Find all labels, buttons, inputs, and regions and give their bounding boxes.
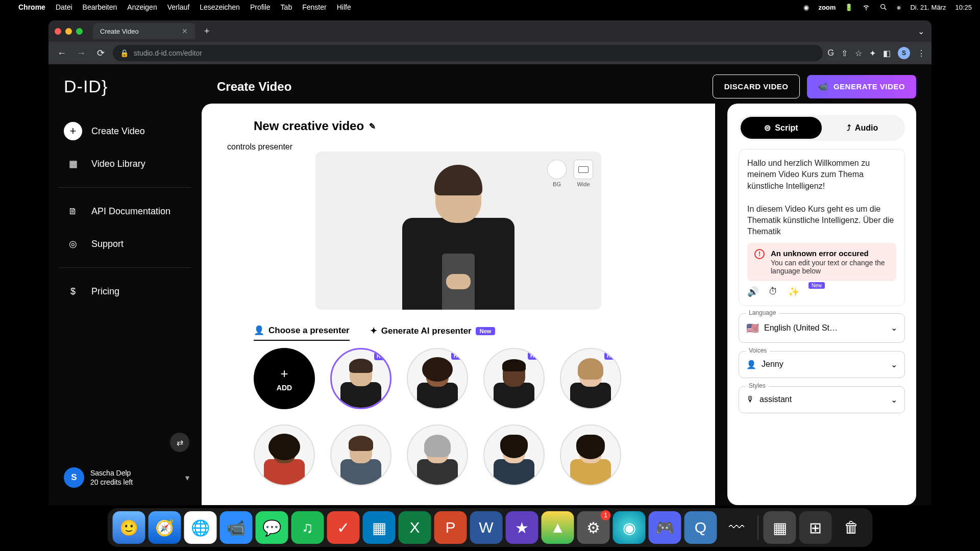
nav-back-icon[interactable]: ← <box>55 48 69 59</box>
generate-button[interactable]: 📹 GENERATE VIDEO <box>807 75 916 98</box>
wide-button[interactable]: Wide <box>574 160 593 187</box>
dock-finder[interactable]: 🙂 <box>113 511 145 544</box>
sidebar-item-pricing[interactable]: $ Pricing <box>48 275 202 308</box>
dock-drive[interactable]: ▲ <box>542 511 574 544</box>
lock-icon: 🔒 <box>120 49 129 57</box>
menu-tab[interactable]: Tab <box>281 3 292 11</box>
status-wifi-icon[interactable] <box>862 3 870 11</box>
presenter-item-3[interactable]: HQ <box>483 348 545 409</box>
dock-spotify[interactable]: ♫ <box>291 511 324 544</box>
video-title[interactable]: New creative video <box>254 119 364 133</box>
menu-lesezeichen[interactable]: Lesezeichen <box>200 3 240 11</box>
share-icon[interactable]: ⇧ <box>841 48 848 58</box>
rp-tabs: ⊜ Script ⤴ Audio <box>739 115 905 141</box>
sidebar-item-library[interactable]: ▦ Video Library <box>48 147 202 180</box>
window-close-icon[interactable] <box>55 28 61 35</box>
menu-fenster[interactable]: Fenster <box>302 3 326 11</box>
add-presenter-button[interactable]: + ADD <box>254 348 315 409</box>
dock-powerpoint[interactable]: P <box>434 511 467 544</box>
nav-forward-icon[interactable]: → <box>74 48 88 59</box>
profile-avatar[interactable]: S <box>898 47 910 59</box>
url-input[interactable]: 🔒 studio.d-id.com/editor <box>113 45 823 61</box>
presenter-item-7[interactable] <box>407 424 468 486</box>
dock-whatsapp[interactable]: 💬 <box>256 511 288 544</box>
presenter-item-6[interactable] <box>330 424 391 486</box>
edit-icon[interactable]: ✎ <box>369 121 376 131</box>
camera-icon: 📹 <box>818 82 828 91</box>
menu-profile[interactable]: Profile <box>250 3 271 11</box>
presenter-item-9[interactable] <box>560 424 621 486</box>
presenter-preview <box>387 162 530 310</box>
voices-select[interactable]: 👤 Jenny ⌄ <box>739 351 905 378</box>
menu-verlauf[interactable]: Verlauf <box>167 3 190 11</box>
dock-siri[interactable]: ◉ <box>613 511 646 544</box>
sidebar-item-api[interactable]: 🗎 API Documentation <box>48 195 202 228</box>
tab-audio[interactable]: ⤴ Audio <box>822 117 903 139</box>
sidebar-collapse-button[interactable]: ⇄ <box>170 433 189 452</box>
bg-button[interactable]: BG <box>547 160 567 187</box>
dock-chrome[interactable]: 🌐 <box>184 511 217 544</box>
styles-select[interactable]: 🎙 assistant ⌄ <box>739 386 905 413</box>
listen-icon[interactable]: 🔊 <box>747 286 758 297</box>
menu-bearbeiten[interactable]: Bearbeiten <box>83 3 117 11</box>
language-select[interactable]: 🇺🇸 English (United St… ⌄ <box>739 313 905 343</box>
dock-app[interactable]: ⊞ <box>799 511 832 544</box>
tab-choose-presenter[interactable]: 👤 Choose a presenter <box>254 325 350 341</box>
status-control-icon[interactable]: ⎈ <box>897 4 901 11</box>
tabs-dropdown-icon[interactable]: ⌄ <box>918 27 924 36</box>
dock-settings[interactable]: ⚙1 <box>577 511 610 544</box>
dock-imovie[interactable]: ★ <box>506 511 538 544</box>
dock-word[interactable]: W <box>470 511 503 544</box>
presenter-item-5[interactable] <box>254 424 315 486</box>
chevron-down-icon[interactable]: ▾ <box>185 473 189 483</box>
timer-icon[interactable]: ⏱ <box>769 286 778 297</box>
tab-close-icon[interactable]: ✕ <box>182 27 188 35</box>
flag-icon: 🇺🇸 <box>746 322 759 334</box>
presenter-item-1[interactable]: HQ <box>330 348 391 409</box>
tab-script-label: Script <box>775 123 798 133</box>
extensions-icon[interactable]: ✦ <box>869 48 876 58</box>
script-textarea[interactable]: Hallo und herzlich Willkommen zu meinem … <box>747 158 896 238</box>
brand-logo[interactable]: D-ID} <box>48 77 202 115</box>
dock-quicktime[interactable]: Q <box>684 511 717 544</box>
presenter-item-2[interactable]: HQ <box>407 348 468 409</box>
sidebar-item-create[interactable]: + Create Video <box>48 115 202 147</box>
tab-generate-presenter[interactable]: ✦ Generate AI presenter New <box>370 325 496 340</box>
menu-hilfe[interactable]: Hilfe <box>337 3 351 11</box>
discard-button[interactable]: DISCARD VIDEO <box>713 74 800 98</box>
dock-excel[interactable]: X <box>399 511 431 544</box>
sidebar-item-support[interactable]: ◎ Support <box>48 228 202 260</box>
hq-badge: HQ <box>528 352 541 360</box>
dock-zoom[interactable]: 📹 <box>220 511 253 544</box>
gtranslate-icon[interactable]: G <box>828 48 834 58</box>
status-date[interactable]: Di. 21. März <box>910 4 946 11</box>
window-maximize-icon[interactable] <box>76 28 83 35</box>
status-battery-icon[interactable]: 🔋 <box>845 4 853 11</box>
status-search-icon[interactable] <box>879 3 888 11</box>
magic-icon[interactable]: ✨ <box>788 286 799 297</box>
new-tab-button[interactable]: + <box>200 24 214 39</box>
chrome-menu-icon[interactable]: ⋮ <box>917 48 925 58</box>
window-minimize-icon[interactable] <box>65 28 72 35</box>
menu-app[interactable]: Chrome <box>18 3 45 11</box>
status-record-icon[interactable]: ◉ <box>803 4 809 11</box>
menu-anzeigen[interactable]: Anzeigen <box>127 3 157 11</box>
menu-datei[interactable]: Datei <box>56 3 72 11</box>
status-zoom[interactable]: zoom <box>818 4 836 11</box>
presenter-item-8[interactable] <box>483 424 545 486</box>
nav-reload-icon[interactable]: ⟳ <box>93 47 108 59</box>
status-time[interactable]: 10:25 <box>955 4 972 11</box>
browser-tab[interactable]: Create Video ✕ <box>93 23 195 39</box>
dock-trash[interactable]: 🗑 <box>835 511 868 544</box>
sidepanel-icon[interactable]: ◧ <box>883 48 891 58</box>
dock-calculator[interactable]: ▦ <box>764 511 796 544</box>
bookmark-icon[interactable]: ☆ <box>855 48 862 58</box>
tab-script[interactable]: ⊜ Script <box>741 117 822 139</box>
dock-todoist[interactable]: ✓ <box>327 511 360 544</box>
dock-discord[interactable]: 🎮 <box>649 511 681 544</box>
dock-trello[interactable]: ▦ <box>363 511 396 544</box>
user-menu[interactable]: S Sascha Delp 20 credits left ▾ <box>48 462 202 493</box>
presenter-item-4[interactable]: HQ <box>560 348 621 409</box>
dock-audio[interactable]: 〰 <box>720 511 753 544</box>
dock-safari[interactable]: 🧭 <box>149 511 181 544</box>
